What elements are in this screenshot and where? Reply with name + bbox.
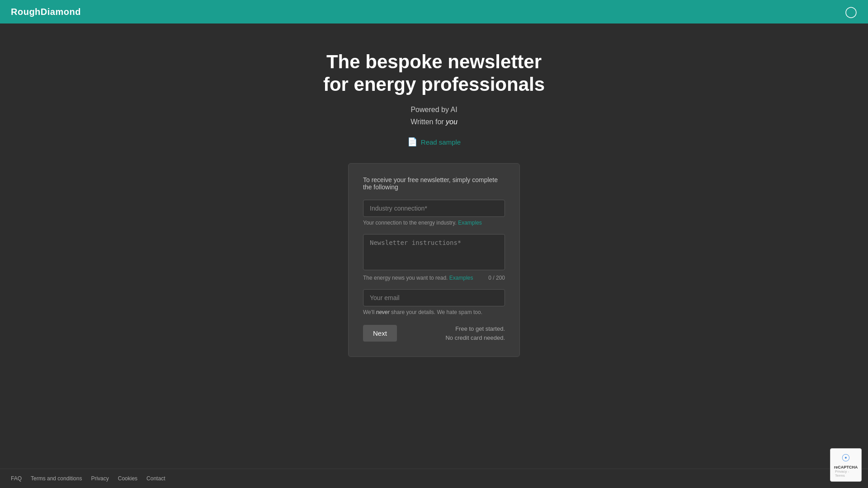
free-note-line1: Free to get started. — [445, 324, 505, 333]
newsletter-instructions-group: The energy news you want to read. Exampl… — [363, 234, 505, 281]
read-sample-icon: 📄 — [407, 137, 417, 147]
form-footer: Next Free to get started. No credit card… — [363, 324, 505, 342]
form-intro: To receive your free newsletter, simply … — [363, 176, 505, 191]
hero-subtitle-prefix: Written for — [410, 118, 446, 126]
hero-subtitle: Powered by AI Written for you — [410, 103, 458, 128]
footer-terms-link[interactable]: Terms and conditions — [31, 475, 82, 482]
main-content: The bespoke newsletter for energy profes… — [0, 23, 868, 469]
footer-privacy-link[interactable]: Privacy — [91, 475, 108, 482]
hero-subtitle-line1: Powered by AI — [410, 103, 458, 116]
logo: RoughDiamond — [11, 7, 81, 17]
email-group: We'll never share your details. We hate … — [363, 289, 505, 315]
newsletter-hint-text: The energy news you want to read. Exampl… — [363, 275, 473, 281]
industry-connection-hint: Your connection to the energy industry. … — [363, 220, 505, 226]
recaptcha-subtext: Privacy - Terms — [835, 469, 857, 478]
header: RoughDiamond ◯ — [0, 0, 868, 23]
newsletter-instructions-input[interactable] — [363, 234, 505, 270]
industry-connection-input[interactable] — [363, 200, 505, 217]
footer-cookies-link[interactable]: Cookies — [118, 475, 137, 482]
email-input[interactable] — [363, 289, 505, 306]
form-card: To receive your free newsletter, simply … — [348, 163, 520, 357]
footer-contact-link[interactable]: Contact — [146, 475, 165, 482]
newsletter-hint-label: The energy news you want to read. — [363, 275, 448, 281]
hero-title: The bespoke newsletter for energy profes… — [323, 51, 545, 96]
newsletter-examples-link[interactable]: Examples — [449, 275, 473, 281]
newsletter-hint-row: The energy news you want to read. Exampl… — [363, 275, 505, 281]
spam-note: We'll never share your details. We hate … — [363, 309, 505, 315]
footer: FAQ Terms and conditions Privacy Cookies… — [0, 469, 868, 488]
read-sample-link[interactable]: 📄 Read sample — [407, 137, 461, 147]
spam-suffix: share your details. We hate spam too. — [390, 309, 482, 315]
hero-subtitle-italic: you — [446, 118, 458, 126]
industry-connection-group: Your connection to the energy industry. … — [363, 200, 505, 226]
spam-prefix: We'll — [363, 309, 376, 315]
footer-faq-link[interactable]: FAQ — [11, 475, 22, 482]
next-button[interactable]: Next — [363, 325, 397, 342]
recaptcha-badge: ☉ reCAPTCHA Privacy - Terms — [830, 448, 862, 482]
free-note-line2: No credit card needed. — [445, 333, 505, 343]
free-note: Free to get started. No credit card need… — [445, 324, 505, 342]
account-icon[interactable]: ◯ — [845, 5, 857, 18]
industry-examples-link[interactable]: Examples — [458, 220, 482, 226]
hero-subtitle-line2: Written for you — [410, 116, 458, 128]
recaptcha-label: reCAPTCHA — [834, 465, 858, 469]
char-count: 0 / 200 — [488, 275, 505, 281]
spam-italic: never — [376, 309, 390, 315]
hero-title-line1: The bespoke newsletter — [326, 51, 542, 72]
read-sample-label: Read sample — [421, 138, 461, 146]
recaptcha-icon: ☉ — [841, 452, 850, 464]
hero-title-line2: for energy professionals — [323, 74, 545, 95]
industry-hint-text: Your connection to the energy industry. — [363, 220, 457, 226]
